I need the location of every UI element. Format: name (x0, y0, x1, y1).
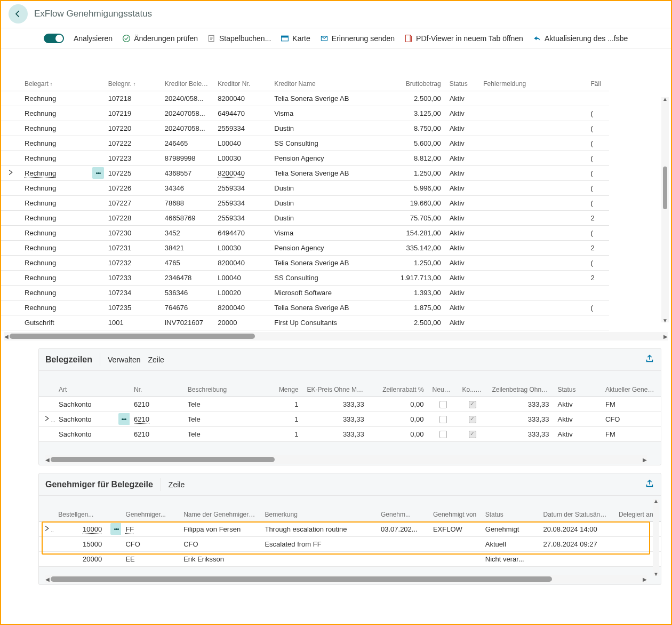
cell-krednr[interactable]: L00040 (218, 139, 241, 147)
cell-nr[interactable]: 6210 (134, 430, 149, 438)
cell-bestell[interactable]: 15000 (83, 540, 102, 548)
cell-belegart[interactable]: Rechnung (25, 139, 56, 147)
checkbox-ko-gen[interactable] (469, 401, 476, 408)
checkbox-ko-gen[interactable] (469, 431, 476, 438)
cell-code[interactable]: EE (125, 555, 134, 563)
genehmiger-share[interactable] (645, 479, 654, 490)
cell-belegart[interactable]: Rechnung (25, 304, 56, 312)
table-row[interactable]: Rechnung1072332346478L00040SS Consulting… (1, 270, 609, 285)
table-row[interactable]: 15000CFOCFOEscalated from FFAktuell27.08… (39, 536, 661, 551)
table-row[interactable]: Rechnung107220202407058...2559334Dustin8… (1, 121, 609, 136)
col-gruppe[interactable]: Name der Genehmigergruppe (179, 496, 260, 521)
table-row[interactable]: Rechnung10722387989998L00030Pension Agen… (1, 151, 609, 165)
cell-belegart[interactable]: Rechnung (25, 229, 56, 237)
col-brutto[interactable]: Bruttobetrag (389, 65, 445, 91)
cell-krednr[interactable]: 2559334 (218, 124, 245, 132)
col-art[interactable]: Art (54, 371, 114, 397)
table-row[interactable]: Gutschrift1001INV702160720000First Up Co… (1, 315, 609, 330)
cell-krednr[interactable]: 6494470 (218, 109, 245, 117)
checkbox-neue-zeile[interactable] (439, 431, 447, 438)
cell-krednr[interactable]: L00030 (218, 154, 241, 162)
table-row[interactable]: Rechnung10721820240/058...8200040Telia S… (1, 91, 609, 106)
cell-belegart[interactable]: Rechnung (25, 109, 56, 117)
col-bemerkung[interactable]: Bemerkung (260, 496, 377, 521)
cell-krednr[interactable]: 8200040 (218, 259, 245, 267)
table-row[interactable]: 10000FFFilippa von FersenThrough escalat… (39, 521, 661, 536)
row-more-actions[interactable] (92, 167, 104, 179)
table-row[interactable]: Rechnung107227786882559334Dustin19.660,0… (1, 195, 609, 210)
cell-krednr[interactable]: 8200040 (218, 169, 245, 177)
belegzeilen-share[interactable] (645, 354, 654, 365)
toolbar-erinnerung[interactable]: Erinnerung senden (320, 34, 395, 43)
main-scrollbar-horizontal[interactable]: ◀ ▶ (4, 332, 668, 341)
cell-belegart[interactable]: Rechnung (25, 94, 56, 102)
belegzeilen-scrollbar-h[interactable]: ◀ ▶ (45, 455, 647, 464)
col-nr[interactable]: Nr. (130, 371, 183, 397)
belegzeilen-verwalten[interactable]: Verwalten (108, 355, 140, 364)
table-row[interactable]: Rechnung10723247658200040Telia Sonera Sv… (1, 255, 609, 270)
cell-bestell[interactable]: 20000 (83, 555, 102, 563)
toolbar-karte[interactable]: Karte (281, 34, 310, 43)
col-genehmvon[interactable]: Genehmigt von (429, 496, 481, 521)
col-bestell[interactable]: Bestellgen... (54, 496, 106, 521)
genehmiger-zeile[interactable]: Zeile (169, 480, 185, 489)
cell-krednr[interactable]: 2559334 (218, 214, 245, 222)
col-fall[interactable]: Fäll (587, 65, 609, 91)
table-row[interactable]: Sachkonto6210Tele1333,330,00333,33AktivF… (39, 397, 661, 412)
main-scrollbar-vertical[interactable]: ▲ ▼ (661, 97, 669, 322)
table-row[interactable]: Sachkonto6210Tele1333,330,00333,33AktivC… (39, 412, 661, 426)
table-row[interactable]: Rechnung107226343462559334Dustin5.996,00… (1, 180, 609, 195)
table-row[interactable]: Rechnung107228466587692559334Dustin75.70… (1, 210, 609, 225)
cell-belegart[interactable]: Rechnung (25, 154, 56, 162)
col-bz-status[interactable]: Status (554, 371, 602, 397)
col-code[interactable]: Genehmiger... (121, 496, 179, 521)
col-ko[interactable]: Ko... in Gen... (458, 371, 487, 397)
cell-belegart[interactable]: Rechnung (25, 274, 56, 282)
checkbox-ko-gen[interactable] (469, 416, 476, 423)
cell-krednr[interactable]: 2559334 (218, 184, 245, 192)
belegzeilen-zeile[interactable]: Zeile (148, 355, 164, 364)
table-row[interactable]: Rechnung107219202407058...6494470Visma3.… (1, 106, 609, 121)
genehmiger-table[interactable]: Bestellgen... Genehmiger... Name der Gen… (39, 496, 661, 567)
cell-code[interactable]: FF (125, 525, 134, 533)
col-rabatt[interactable]: Zeilenrabatt % (369, 371, 428, 397)
cell-krednr[interactable]: 2559334 (218, 199, 245, 207)
analyze-toggle[interactable] (44, 34, 64, 43)
col-fehler[interactable]: Fehlermeldung (479, 65, 586, 91)
table-row[interactable]: Sachkonto6210Tele1333,330,00333,33AktivF… (39, 426, 661, 441)
col-ekpreis[interactable]: EK-Preis Ohne MwSt. (303, 371, 369, 397)
col-status[interactable]: Status (445, 65, 479, 91)
col-genehmiger[interactable]: Aktueller Genehmiger (601, 371, 661, 397)
genehmiger-scrollbar-h[interactable]: ◀ ▶ (45, 575, 647, 583)
row-more-actions[interactable] (118, 413, 130, 425)
col-beschreibung[interactable]: Beschreibung (183, 371, 261, 397)
col-kredname[interactable]: Kreditor Name (270, 65, 388, 91)
toolbar-analysieren[interactable]: Analysieren (74, 34, 113, 43)
belegzeilen-table[interactable]: Art Nr. Beschreibung Menge EK-Preis Ohne… (39, 371, 661, 442)
cell-belegart[interactable]: Rechnung (25, 184, 56, 192)
table-row[interactable]: Rechnung107234536346L00020Microsoft Soft… (1, 285, 609, 300)
col-zeilenbetrag[interactable]: Zeilenbetrag Ohne MwSt. (487, 371, 553, 397)
cell-krednr[interactable]: L00040 (218, 274, 241, 282)
col-kredbeleg[interactable]: Kreditor Belegnr. (161, 65, 214, 91)
row-more-actions[interactable] (110, 523, 121, 535)
cell-krednr[interactable]: 6494470 (218, 229, 245, 237)
genehmiger-scrollbar-v[interactable]: ▲ ▼ (653, 499, 659, 576)
col-genehm[interactable]: Genehm... (377, 496, 429, 521)
col-belegart[interactable]: Belegart (20, 65, 88, 91)
col-krednr[interactable]: Kreditor Nr. (213, 65, 270, 91)
table-row[interactable]: Rechnung1072357646768200040Telia Sonera … (1, 300, 609, 315)
col-menge[interactable]: Menge (261, 371, 302, 397)
cell-belegart[interactable]: Rechnung (25, 214, 56, 222)
table-row[interactable]: Rechnung10722543685578200040Telia Sonera… (1, 165, 609, 180)
table-row[interactable]: Rechnung10723138421L00030Pension Agency3… (1, 240, 609, 255)
scroll-thumb[interactable] (51, 576, 552, 582)
cell-nr[interactable]: 6210 (134, 400, 149, 408)
cell-belegart[interactable]: Rechnung (25, 169, 56, 177)
checkbox-neue-zeile[interactable] (439, 416, 447, 423)
cell-belegart[interactable]: Rechnung (25, 199, 56, 207)
documents-table[interactable]: Belegart Belegnr. Kreditor Belegnr. Kred… (1, 65, 609, 330)
cell-belegart[interactable]: Rechnung (25, 289, 56, 297)
scroll-thumb[interactable] (51, 457, 275, 462)
cell-bestell[interactable]: 10000 (83, 525, 102, 533)
